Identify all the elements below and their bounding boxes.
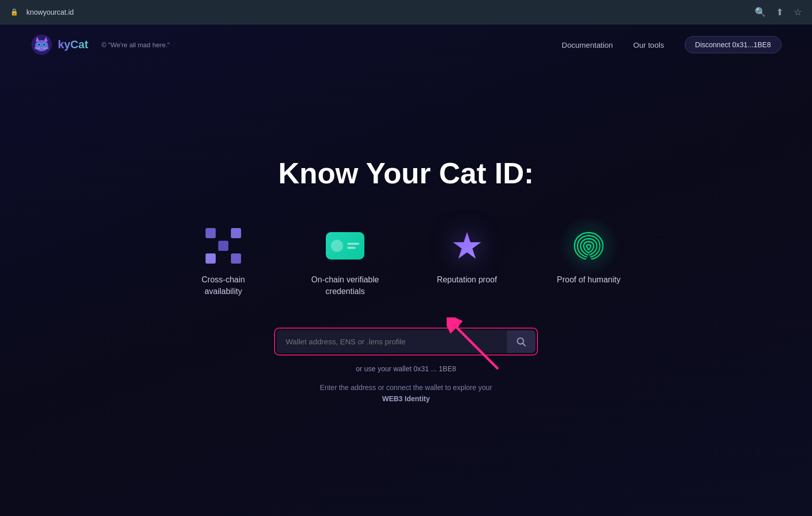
- browser-actions: 🔍 ⬆ ☆: [755, 7, 802, 18]
- reputation-label: Reputation proof: [437, 274, 497, 285]
- search-section: or use your wallet 0x31 ... 1BE8 Enter t…: [274, 328, 538, 405]
- grid-icon: [206, 228, 241, 264]
- logo-area: kyCat © "We're all mad here.": [30, 34, 170, 56]
- cred-line: [347, 247, 356, 249]
- feature-cross-chain: Cross-chainavailability: [183, 225, 264, 297]
- cross-chain-icon: [203, 225, 244, 266]
- svg-line-16: [523, 343, 525, 346]
- reputation-icon: ★: [447, 225, 487, 266]
- cred-avatar: [331, 240, 343, 252]
- grid-cell: [231, 228, 241, 238]
- main-content: Know Your Cat ID:: [0, 65, 812, 516]
- navbar: kyCat © "We're all mad here." Documentat…: [0, 24, 812, 65]
- cred-line: [347, 243, 359, 245]
- logo-icon: [30, 34, 53, 56]
- lock-icon: 🔒: [10, 8, 18, 16]
- page-title: Know Your Cat ID:: [278, 156, 534, 190]
- search-icon[interactable]: 🔍: [755, 7, 766, 18]
- grid-cell: [231, 253, 241, 264]
- disconnect-button[interactable]: Disconnect 0x31...1BE8: [685, 36, 782, 53]
- nav-our-tools[interactable]: Our tools: [633, 41, 664, 49]
- search-magnifier-icon: [516, 337, 526, 347]
- feature-reputation: ★ Reputation proof: [426, 225, 507, 285]
- fingerprint-glow: [558, 215, 619, 276]
- description-line2: WEB3 Identity: [382, 395, 430, 403]
- star-icon: ★: [451, 228, 484, 264]
- logo-tagline: © "We're all mad here.": [101, 41, 170, 49]
- cred-lines: [347, 243, 359, 249]
- logo-text: kyCat: [58, 38, 88, 51]
- share-icon[interactable]: ⬆: [776, 7, 784, 18]
- browser-bar: 🔒 knowyourcat.id 🔍 ⬆ ☆: [0, 0, 812, 24]
- on-chain-icon: [325, 225, 365, 266]
- svg-point-1: [35, 40, 48, 51]
- svg-marker-18: [452, 320, 462, 329]
- svg-point-8: [39, 44, 40, 46]
- arrow-annotation: [447, 317, 513, 375]
- page: kyCat © "We're all mad here." Documentat…: [0, 24, 812, 516]
- features-row: Cross-chainavailability On-chain verifia…: [183, 225, 629, 297]
- credentials-card-icon: [326, 232, 364, 260]
- bookmark-icon[interactable]: ☆: [794, 7, 802, 18]
- grid-cell: [206, 253, 216, 264]
- grid-cell: [218, 241, 228, 251]
- svg-point-9: [44, 44, 45, 46]
- nav-documentation[interactable]: Documentation: [562, 41, 613, 49]
- browser-url: knowyourcat.id: [26, 8, 747, 16]
- grid-cell: [206, 228, 216, 238]
- feature-humanity: Proof of humanity: [548, 225, 629, 285]
- arrow-icon: [447, 317, 513, 373]
- wallet-text: or use your wallet 0x31 ... 1BE8: [356, 365, 456, 373]
- on-chain-label: On-chain verifiablecredentials: [311, 274, 379, 297]
- feature-on-chain: On-chain verifiablecredentials: [304, 225, 386, 297]
- nav-links: Documentation Our tools Disconnect 0x31.…: [562, 36, 782, 53]
- description-text: Enter the address or connect the wallet …: [320, 382, 492, 405]
- description-line1: Enter the address or connect the wallet …: [320, 383, 492, 392]
- humanity-icon-wrap: [568, 225, 609, 266]
- cross-chain-label: Cross-chainavailability: [201, 274, 245, 297]
